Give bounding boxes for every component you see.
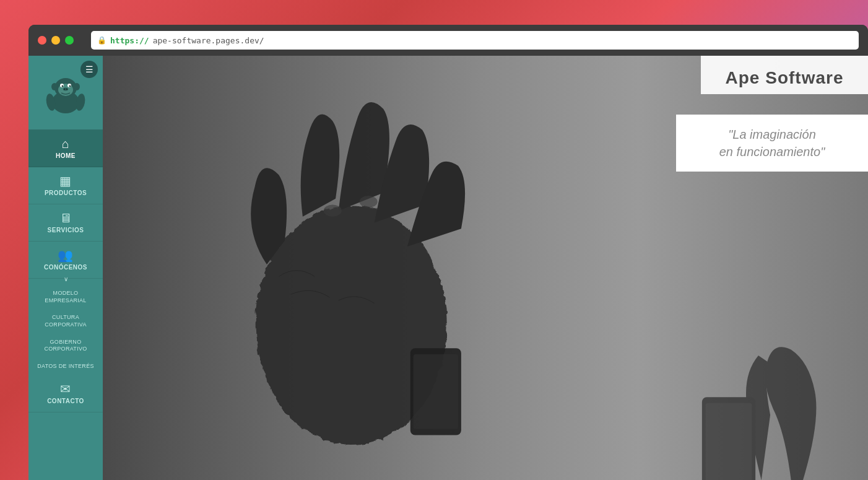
brand-overlay: Ape Software — [701, 56, 868, 94]
sidebar-item-cultura-corporativa[interactable]: CULTURA CORPORATIVA — [28, 309, 103, 333]
website-content: ☰ ⌂ HOME ▦ PRODUCTOS 🖥 SERVICIOS — [28, 56, 868, 480]
sidebar-item-home[interactable]: ⌂ HOME — [28, 130, 103, 167]
url-rest: ape-software.pages.dev/ — [153, 36, 264, 45]
lock-icon: 🔒 — [97, 36, 106, 45]
svg-point-3 — [74, 83, 80, 90]
chevron-down-icon: ∨ — [64, 276, 68, 285]
tagline-line1: "La imaginación — [728, 128, 816, 141]
svg-rect-18 — [414, 354, 458, 429]
mail-icon: ✉ — [60, 383, 71, 395]
svg-point-11 — [66, 88, 67, 89]
sidebar-item-modelo-empresarial[interactable]: MODELO EMPRESARIAL — [28, 285, 103, 309]
brand-tagline: "La imaginación en funcionamiento" — [688, 126, 856, 160]
svg-point-2 — [51, 83, 58, 90]
address-bar[interactable]: 🔒 https:// ape-software.pages.dev/ — [91, 31, 859, 50]
url-https: https:// — [110, 36, 149, 45]
sidebar: ☰ ⌂ HOME ▦ PRODUCTOS 🖥 SERVICIOS — [28, 56, 103, 480]
svg-point-7 — [62, 85, 64, 87]
sub-nav: ∨ MODELO EMPRESARIAL CULTURA CORPORATIVA… — [28, 279, 103, 375]
home-icon: ⌂ — [62, 137, 70, 150]
gorilla-hand-image — [152, 56, 555, 480]
sidebar-logo: ☰ — [28, 56, 103, 130]
browser-titlebar: 🔒 https:// ape-software.pages.dev/ — [28, 25, 868, 56]
hamburger-icon: ☰ — [85, 64, 93, 74]
sidebar-item-servicios[interactable]: 🖥 SERVICIOS — [28, 204, 103, 242]
svg-point-10 — [64, 88, 65, 89]
sidebar-label-servicios: SERVICIOS — [48, 227, 84, 233]
human-hand-image — [589, 183, 868, 481]
sidebar-nav: ⌂ HOME ▦ PRODUCTOS 🖥 SERVICIOS 👥 CONÓCEN… — [28, 130, 103, 412]
sidebar-label-home: HOME — [56, 152, 76, 159]
sidebar-item-gobierno-corporativo[interactable]: GOBIERNO CORPORATIVO — [28, 334, 103, 358]
sidebar-item-contacto[interactable]: ✉ CONTACTO — [28, 375, 103, 412]
monitor-icon: 🖥 — [59, 212, 72, 224]
tagline-line2: en funcionamiento" — [719, 145, 825, 159]
svg-point-8 — [69, 85, 71, 87]
main-content: Ape Software "La imaginación en funciona… — [103, 56, 868, 480]
brand-tagline-box: "La imaginación en funcionamiento" — [676, 115, 868, 172]
maximize-button[interactable] — [65, 36, 74, 45]
close-button[interactable] — [38, 36, 46, 45]
svg-point-15 — [324, 204, 342, 216]
sidebar-item-conocenos[interactable]: 👥 CONÓCENOS — [28, 242, 103, 279]
film-icon: ▦ — [59, 175, 72, 187]
people-icon: 👥 — [58, 249, 74, 261]
svg-rect-20 — [706, 403, 752, 480]
browser-window: 🔒 https:// ape-software.pages.dev/ — [28, 25, 868, 480]
sidebar-item-datos-interes[interactable]: DATOS DE INTERÉS — [28, 358, 103, 375]
brand-title: Ape Software — [713, 68, 856, 88]
svg-point-16 — [360, 196, 378, 207]
sidebar-item-productos[interactable]: ▦ PRODUCTOS — [28, 167, 103, 204]
sidebar-label-contacto: CONTACTO — [47, 398, 84, 404]
minimize-button[interactable] — [51, 36, 60, 45]
sidebar-label-conocenos: CONÓCENOS — [44, 264, 87, 271]
menu-button[interactable]: ☰ — [80, 61, 98, 78]
sidebar-label-productos: PRODUCTOS — [45, 190, 87, 196]
